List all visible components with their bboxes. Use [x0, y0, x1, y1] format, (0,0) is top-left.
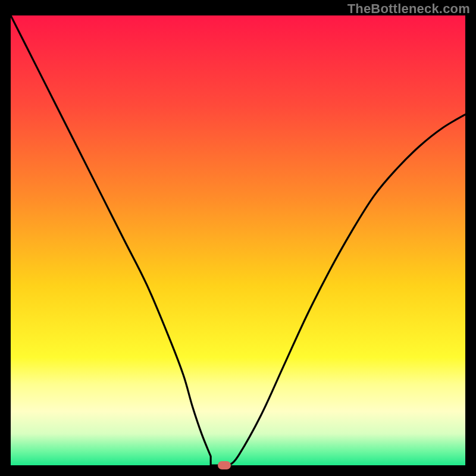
- optimal-point-marker: [218, 461, 231, 469]
- chart-frame: TheBottleneck.com: [0, 0, 476, 476]
- plot-area: [11, 15, 465, 465]
- gradient-background: [11, 15, 465, 465]
- bottleneck-curve-chart: [11, 15, 465, 465]
- watermark-text: TheBottleneck.com: [347, 1, 470, 17]
